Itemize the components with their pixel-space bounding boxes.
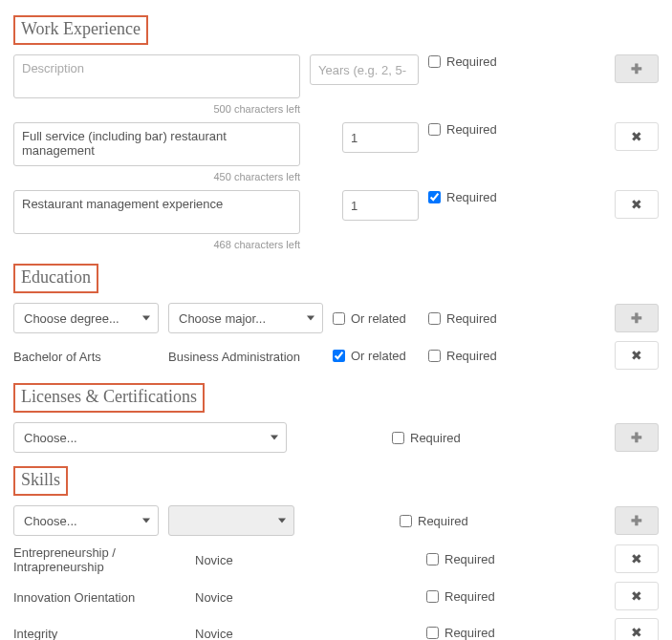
close-icon: ✖ — [631, 129, 642, 144]
select-value: Choose... — [24, 514, 77, 528]
or-related-label: Or related — [351, 349, 406, 363]
required-checkbox[interactable] — [428, 191, 441, 203]
required-label: Required — [444, 626, 495, 640]
education-template-row: Choose degree... Choose major... Or rela… — [13, 303, 659, 333]
major-text: Business Administration — [168, 348, 323, 364]
section-title-licenses: Licenses & Certifications — [13, 383, 205, 413]
remove-button[interactable]: ✖ — [615, 341, 659, 370]
chevron-down-icon — [142, 316, 150, 321]
work-desc-input[interactable] — [13, 122, 300, 166]
work-exp-row: 450 characters left Required ✖ — [13, 122, 659, 182]
remove-button[interactable]: ✖ — [615, 544, 659, 573]
charcount-text: 450 characters left — [13, 171, 300, 182]
add-button[interactable]: ✚ — [615, 423, 659, 452]
required-label: Required — [446, 190, 497, 204]
remove-button[interactable]: ✖ — [615, 618, 659, 640]
select-value: Choose degree... — [24, 311, 119, 326]
close-icon: ✖ — [631, 197, 642, 212]
required-checkbox[interactable] — [426, 627, 439, 639]
required-checkbox[interactable] — [428, 123, 441, 136]
remove-button[interactable]: ✖ — [615, 190, 659, 219]
required-checkbox[interactable] — [428, 55, 441, 68]
close-icon: ✖ — [631, 625, 642, 640]
work-desc-input[interactable] — [13, 54, 300, 98]
required-label: Required — [418, 514, 468, 528]
section-title-education: Education — [13, 264, 98, 293]
required-label: Required — [444, 552, 495, 566]
required-label: Required — [446, 311, 497, 326]
required-checkbox[interactable] — [426, 590, 439, 603]
skill-level: Novice — [195, 625, 321, 641]
charcount-text: 468 characters left — [13, 239, 300, 250]
section-title-work-experience: Work Experience — [13, 15, 148, 45]
skill-name: Entrepreneurship / Intrapreneurship — [13, 544, 185, 574]
work-desc-input[interactable] — [13, 190, 300, 234]
years-input[interactable] — [342, 122, 419, 153]
skill-level-select[interactable] — [168, 505, 294, 536]
skill-row: Innovation Orientation Novice Required ✖ — [13, 582, 659, 610]
required-label: Required — [446, 349, 497, 363]
charcount-text: 500 characters left — [13, 103, 300, 115]
education-row: Bachelor of Arts Business Administration… — [13, 341, 659, 370]
chevron-down-icon — [307, 316, 314, 321]
plus-icon: ✚ — [631, 310, 642, 326]
plus-icon: ✚ — [631, 513, 642, 528]
work-exp-row: 468 characters left Required ✖ — [13, 190, 659, 250]
required-checkbox[interactable] — [426, 553, 439, 565]
remove-button[interactable]: ✖ — [615, 122, 659, 151]
chevron-down-icon — [142, 519, 150, 523]
plus-icon: ✚ — [631, 430, 642, 445]
add-button[interactable]: ✚ — [615, 54, 659, 83]
close-icon: ✖ — [631, 348, 642, 363]
skill-row: Entrepreneurship / Intrapreneurship Novi… — [13, 544, 659, 574]
required-checkbox[interactable] — [392, 432, 404, 444]
degree-select[interactable]: Choose degree... — [13, 303, 159, 333]
years-input[interactable] — [310, 54, 419, 85]
select-value: Choose major... — [179, 311, 266, 326]
plus-icon: ✚ — [631, 61, 642, 76]
close-icon: ✖ — [631, 551, 642, 566]
required-label: Required — [446, 122, 497, 137]
skill-level: Novice — [195, 588, 321, 605]
skill-select[interactable]: Choose... — [13, 505, 159, 536]
skill-level: Novice — [195, 551, 321, 567]
or-related-checkbox[interactable] — [333, 312, 345, 325]
license-select[interactable]: Choose... — [13, 422, 287, 453]
select-value: Choose... — [24, 431, 77, 445]
skill-name: Integrity — [13, 625, 185, 641]
required-checkbox[interactable] — [428, 312, 441, 325]
or-related-label: Or related — [351, 311, 406, 326]
skill-name: Innovation Orientation — [13, 588, 185, 605]
degree-text: Bachelor of Arts — [13, 348, 159, 364]
required-label: Required — [444, 589, 495, 604]
required-label: Required — [446, 54, 497, 69]
years-input[interactable] — [342, 190, 419, 221]
required-label: Required — [410, 431, 461, 445]
section-title-skills: Skills — [13, 466, 68, 496]
chevron-down-icon — [271, 436, 278, 440]
remove-button[interactable]: ✖ — [615, 582, 659, 610]
major-select[interactable]: Choose major... — [168, 303, 323, 333]
required-checkbox[interactable] — [400, 515, 412, 527]
close-icon: ✖ — [631, 588, 642, 604]
work-exp-template-row: 500 characters left Required ✚ — [13, 54, 659, 115]
add-button[interactable]: ✚ — [615, 304, 659, 332]
chevron-down-icon — [278, 519, 286, 523]
license-template-row: Choose... Required ✚ — [13, 422, 659, 453]
or-related-checkbox[interactable] — [333, 350, 345, 362]
add-button[interactable]: ✚ — [615, 506, 659, 535]
skill-template-row: Choose... Required ✚ — [13, 505, 659, 536]
skill-row: Integrity Novice Required ✖ — [13, 618, 659, 640]
required-checkbox[interactable] — [428, 350, 441, 362]
